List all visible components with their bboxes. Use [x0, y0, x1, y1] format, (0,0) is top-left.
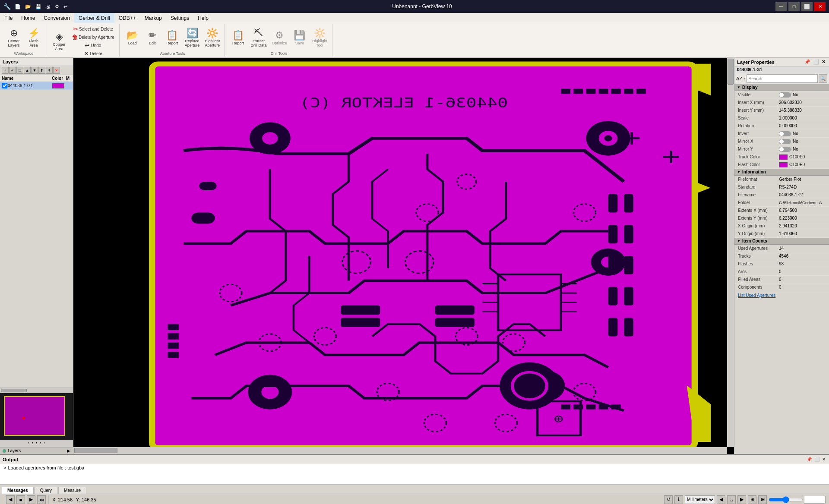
- zoom-in-button[interactable]: ▶: [737, 495, 746, 504]
- highlight-aperture-button[interactable]: 🔆 HighlightAperture: [203, 26, 222, 50]
- delete-button[interactable]: ✕ Delete: [70, 50, 117, 57]
- menu-help[interactable]: Help: [193, 13, 213, 23]
- prop-label-arcs: Arcs: [738, 269, 779, 274]
- status-info-button[interactable]: ℹ: [674, 495, 683, 504]
- vertical-scrollbar[interactable]: [727, 58, 734, 447]
- edit-button[interactable]: ✏ Edit: [143, 26, 162, 50]
- rp-close-icon[interactable]: ✕: [821, 59, 826, 65]
- menubar: File Home Conversion Gerber & Drill ODB+…: [0, 13, 829, 23]
- undo-tb-icon[interactable]: ↩: [62, 4, 69, 9]
- layers-tb-up[interactable]: ▲: [24, 67, 31, 74]
- layer-scroll[interactable]: ⋮⋮⋮⋮⋮: [0, 440, 73, 447]
- layers-tb-add[interactable]: +: [2, 67, 9, 74]
- v-scroll-thumb[interactable]: [728, 59, 734, 85]
- drill-report-button[interactable]: 📋 Report: [228, 26, 247, 50]
- menu-odb[interactable]: ODB++: [114, 13, 140, 23]
- layer-row[interactable]: 044036-1.G1: [0, 82, 73, 90]
- layer-check[interactable]: [2, 83, 8, 88]
- open-icon[interactable]: 📂: [24, 4, 32, 9]
- menu-settings[interactable]: Settings: [166, 13, 193, 23]
- svg-rect-64: [561, 89, 570, 94]
- rp-pin-icon[interactable]: 📌: [804, 59, 811, 65]
- menu-home[interactable]: Home: [17, 13, 39, 23]
- invert-toggle[interactable]: No: [779, 131, 827, 136]
- output-float-icon[interactable]: ⬜: [813, 457, 820, 462]
- highlight-tool-button[interactable]: 🔆 HighlightTool: [310, 26, 329, 50]
- layers-tb-bottom[interactable]: ⬇: [46, 67, 53, 74]
- center-layers-button[interactable]: ⊕ CenterLayers: [4, 26, 23, 50]
- search-input[interactable]: [747, 74, 818, 83]
- copper-area-button[interactable]: ◈ CopperArea: [50, 29, 69, 54]
- grid-button[interactable]: ⊞: [758, 495, 767, 504]
- optimize-button[interactable]: ⚙ Optimize: [269, 26, 289, 50]
- nav-stop-button[interactable]: ■: [16, 495, 25, 504]
- prop-value-mirror-y: No: [779, 147, 827, 152]
- report-button[interactable]: 📋 Report: [163, 26, 182, 50]
- extract-drill-button[interactable]: ⛏ ExtractDrill Data: [248, 26, 269, 50]
- layers-tb-delete[interactable]: ✕: [53, 67, 60, 74]
- visible-toggle[interactable]: No: [779, 92, 827, 98]
- pcb-view: 044036-1 ELEKTOR (C): [73, 58, 734, 454]
- layers-hscroll[interactable]: [0, 387, 73, 393]
- drill-save-button[interactable]: 💾 Save: [290, 26, 309, 50]
- layer-color-swatch[interactable]: [52, 83, 64, 88]
- close-button[interactable]: ✕: [814, 2, 826, 11]
- fit-button[interactable]: ⊞: [748, 495, 756, 504]
- layers-tb-down[interactable]: ▼: [31, 67, 38, 74]
- save-tb-icon[interactable]: 💾: [34, 4, 43, 9]
- mirror-y-toggle[interactable]: No: [779, 147, 827, 152]
- mirror-y-toggle-switch[interactable]: [779, 147, 791, 152]
- replace-aperture-button[interactable]: 🔄 ReplaceAperture: [183, 26, 202, 50]
- tab-query[interactable]: Query: [35, 487, 57, 494]
- print-icon[interactable]: 🖨: [44, 4, 52, 9]
- tab-messages[interactable]: Messages: [2, 487, 34, 494]
- menu-markup[interactable]: Markup: [140, 13, 166, 23]
- mirror-x-toggle[interactable]: No: [779, 139, 827, 144]
- section-header-information[interactable]: ▼ Information: [734, 169, 829, 176]
- menu-conversion[interactable]: Conversion: [39, 13, 74, 23]
- nav-next-button[interactable]: ▶: [27, 495, 35, 504]
- menu-gerber-drill[interactable]: Gerber & Drill: [74, 13, 114, 23]
- flash-color-swatch[interactable]: [779, 162, 788, 167]
- nav-end-button[interactable]: ⏭: [37, 495, 46, 504]
- new-icon[interactable]: 📄: [13, 4, 22, 9]
- zoom-out-button[interactable]: ◀: [717, 495, 725, 504]
- zoom-slider[interactable]: [769, 496, 803, 504]
- maximize-button[interactable]: ⬜: [801, 2, 813, 11]
- hscroll-thumb[interactable]: [1, 389, 27, 392]
- zoom-input[interactable]: 100%: [804, 496, 826, 504]
- select-delete-button[interactable]: ✂ Select and Delete: [70, 25, 117, 33]
- layers-tb-check[interactable]: ✓: [9, 67, 16, 74]
- menu-file[interactable]: File: [0, 13, 17, 23]
- section-title-display: Display: [742, 85, 758, 90]
- invert-toggle-switch[interactable]: [779, 131, 791, 136]
- delete-by-aperture-button[interactable]: 🗑 Delete by Aperture: [70, 33, 117, 41]
- rp-float-icon[interactable]: ⬜: [812, 59, 820, 65]
- settings-icon[interactable]: ⚙: [54, 4, 60, 9]
- h-scroll-thumb[interactable]: [74, 448, 117, 453]
- prop-filled-areas: Filled Areas 0: [734, 276, 829, 284]
- restore-button[interactable]: □: [788, 2, 800, 11]
- flash-area-button[interactable]: ⚡ FlashArea: [24, 26, 43, 50]
- visible-toggle-switch[interactable]: [779, 92, 791, 98]
- track-color-swatch[interactable]: [779, 154, 788, 160]
- mirror-x-toggle-switch[interactable]: [779, 139, 791, 144]
- load-button[interactable]: 📂 Load: [123, 26, 142, 50]
- minimize-button[interactable]: ─: [775, 2, 787, 11]
- list-used-apertures-link[interactable]: List Used Apertures: [734, 291, 829, 299]
- output-close-icon[interactable]: ✕: [821, 457, 826, 462]
- layers-tb-top[interactable]: ⬆: [38, 67, 45, 74]
- section-header-item-counts[interactable]: ▼ Item Counts: [734, 238, 829, 245]
- status-reset-button[interactable]: ↺: [664, 495, 673, 504]
- layers-expand-icon[interactable]: ▶: [67, 448, 70, 453]
- output-pin-icon[interactable]: 📌: [806, 457, 813, 462]
- undo-button[interactable]: ↩ Undo: [70, 41, 117, 49]
- zoom-home-button[interactable]: ⌂: [727, 495, 736, 504]
- nav-prev-button[interactable]: ◀: [6, 495, 15, 504]
- section-header-display[interactable]: ▼ Display: [734, 84, 829, 91]
- search-button[interactable]: 🔍: [819, 74, 827, 83]
- unit-selector[interactable]: Millimeters: [685, 495, 715, 504]
- tab-measure[interactable]: Measure: [58, 487, 86, 494]
- horizontal-scrollbar[interactable]: [73, 447, 727, 454]
- layers-tb-uncheck[interactable]: □: [16, 67, 23, 74]
